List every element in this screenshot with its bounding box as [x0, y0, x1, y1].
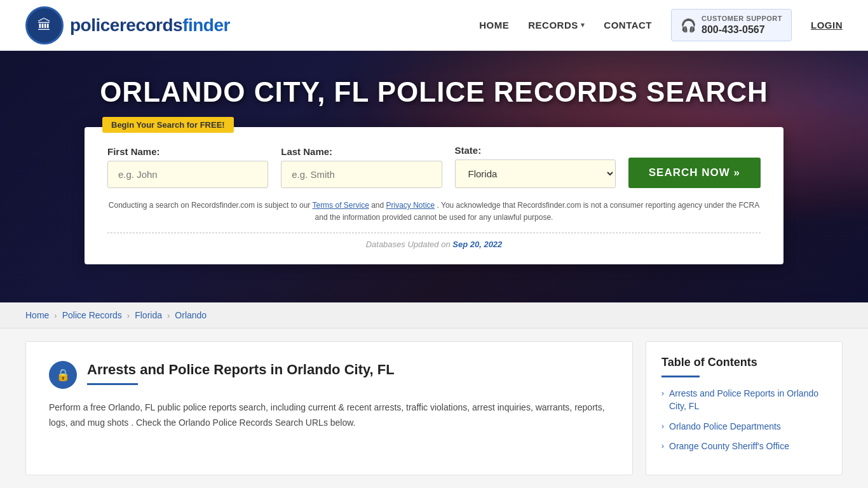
- disclaimer-text2: and: [371, 201, 384, 210]
- last-name-group: Last Name:: [281, 146, 442, 188]
- nav-records-label: RECORDS: [528, 20, 578, 30]
- state-select[interactable]: Florida Alabama Alaska California Georgi…: [455, 159, 616, 188]
- article-title-underline: [87, 383, 138, 385]
- sidebar: Table of Contents › Arrests and Police R…: [646, 341, 843, 475]
- toc-link-2[interactable]: Orlando Police Departments: [669, 421, 781, 433]
- support-label: CUSTOMER SUPPORT: [702, 15, 782, 23]
- toc-item-3[interactable]: › Orange County Sheriff's Office: [661, 440, 827, 453]
- nav-home[interactable]: HOME: [479, 20, 509, 30]
- first-name-group: First Name:: [107, 146, 268, 188]
- nav-contact[interactable]: CONTACT: [604, 20, 652, 30]
- db-updated: Databases Updated on Sep 20, 2022: [107, 240, 761, 249]
- article-icon: 🔒: [49, 361, 77, 389]
- content-area: 🔒 Arrests and Police Reports in Orlando …: [0, 329, 868, 487]
- tos-link[interactable]: Terms of Service: [312, 201, 369, 210]
- toc-chevron-1: ›: [661, 389, 664, 398]
- free-badge: Begin Your Search for FREE!: [102, 117, 234, 133]
- logo-text-normal: policerecords: [70, 15, 182, 35]
- nav-login[interactable]: LOGIN: [811, 20, 843, 30]
- breadcrumb-current: Orlando: [175, 310, 207, 320]
- breadcrumb-sep-3: ›: [167, 311, 170, 320]
- toc-link-1[interactable]: Arrests and Police Reports in Orlando Ci…: [669, 388, 827, 412]
- logo-text: policerecordsfinder: [70, 15, 230, 36]
- article-title-block: Arrests and Police Reports in Orlando Ci…: [87, 361, 395, 385]
- toc-link-3[interactable]: Orange County Sheriff's Office: [669, 440, 789, 453]
- logo[interactable]: 🏛 policerecordsfinder: [25, 6, 230, 44]
- toc-item-1[interactable]: › Arrests and Police Reports in Orlando …: [661, 388, 827, 412]
- form-divider: [107, 233, 761, 233]
- hero-title: ORLANDO CITY, FL POLICE RECORDS SEARCH: [100, 76, 768, 108]
- customer-support-box: 🎧 CUSTOMER SUPPORT 800-433-0567: [671, 9, 792, 41]
- site-header: 🏛 policerecordsfinder HOME RECORDS ▾ CON…: [0, 0, 868, 51]
- support-number: 800-433-0567: [702, 24, 782, 36]
- logo-text-bold: finder: [182, 15, 230, 35]
- hero-section: ORLANDO CITY, FL POLICE RECORDS SEARCH B…: [0, 51, 868, 302]
- logo-icon: 🏛: [25, 6, 64, 44]
- form-row: First Name: Last Name: State: Florida Al…: [107, 145, 761, 188]
- last-name-label: Last Name:: [281, 146, 442, 157]
- form-disclaimer: Conducting a search on Recordsfinder.com…: [107, 200, 761, 224]
- toc-chevron-3: ›: [661, 442, 664, 451]
- search-now-button[interactable]: SEARCH NOW »: [628, 158, 761, 188]
- toc-divider: [661, 376, 700, 377]
- article-body: Perform a free Orlando, FL public police…: [49, 400, 609, 431]
- last-name-input[interactable]: [281, 161, 442, 188]
- state-group: State: Florida Alabama Alaska California…: [455, 145, 616, 188]
- privacy-link[interactable]: Privacy Notice: [386, 201, 435, 210]
- toc-item-2[interactable]: › Orlando Police Departments: [661, 421, 827, 433]
- first-name-input[interactable]: [107, 161, 268, 188]
- first-name-label: First Name:: [107, 146, 268, 157]
- state-label: State:: [455, 145, 616, 156]
- breadcrumb-home[interactable]: Home: [25, 310, 49, 320]
- db-updated-label: Databases Updated on: [366, 240, 453, 249]
- db-updated-date: Sep 20, 2022: [452, 240, 502, 249]
- breadcrumb-sep-2: ›: [127, 311, 130, 320]
- toc-box: Table of Contents › Arrests and Police R…: [646, 341, 843, 475]
- breadcrumb-police-records[interactable]: Police Records: [62, 310, 122, 320]
- support-info: CUSTOMER SUPPORT 800-433-0567: [702, 15, 782, 35]
- toc-chevron-2: ›: [661, 422, 664, 431]
- breadcrumb: Home › Police Records › Florida › Orland…: [0, 302, 868, 329]
- article-title: Arrests and Police Reports in Orlando Ci…: [87, 361, 395, 379]
- article-header: 🔒 Arrests and Police Reports in Orlando …: [49, 361, 609, 389]
- disclaimer-text1: Conducting a search on Recordsfinder.com…: [109, 201, 311, 210]
- toc-title: Table of Contents: [661, 356, 827, 369]
- breadcrumb-florida[interactable]: Florida: [135, 310, 162, 320]
- breadcrumb-sep-1: ›: [54, 311, 57, 320]
- headphone-icon: 🎧: [681, 18, 696, 33]
- search-form-container: Begin Your Search for FREE! First Name: …: [85, 127, 783, 264]
- chevron-down-icon: ▾: [581, 21, 585, 29]
- shield-icon: 🔒: [56, 368, 70, 382]
- main-nav: HOME RECORDS ▾ CONTACT 🎧 CUSTOMER SUPPOR…: [479, 9, 843, 41]
- main-article: 🔒 Arrests and Police Reports in Orlando …: [25, 341, 633, 475]
- nav-records[interactable]: RECORDS ▾: [528, 20, 585, 30]
